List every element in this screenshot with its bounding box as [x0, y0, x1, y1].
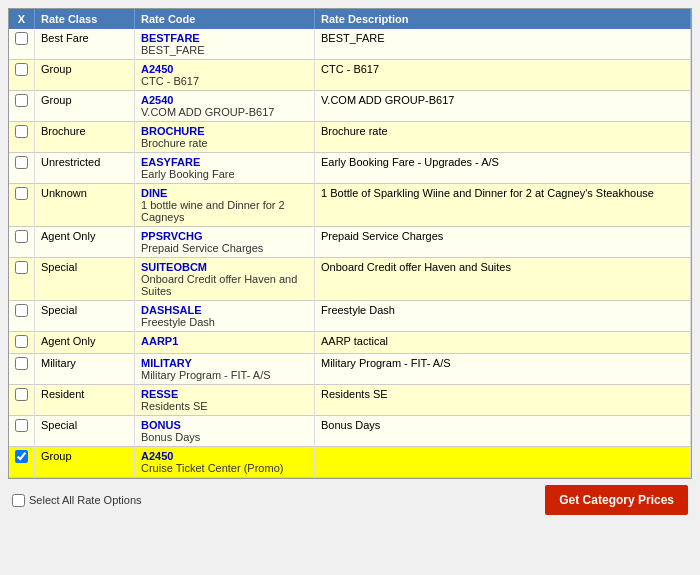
row-checkbox[interactable] [15, 419, 28, 432]
rate-code-primary: BESTFARE [141, 32, 308, 44]
table-row: ResidentRESSEResidents SEResidents SE [9, 385, 691, 416]
rate-code-cell: DINE1 bottle wine and Dinner for 2 Cagne… [135, 184, 315, 227]
select-all-checkbox[interactable] [12, 494, 25, 507]
col-header-rate-description: Rate Description [315, 9, 691, 29]
select-all-text: Select All Rate Options [29, 494, 142, 506]
row-checkbox-cell [9, 91, 35, 122]
rate-description-cell: Brochure rate [315, 122, 691, 153]
table-row: SpecialBONUSBonus DaysBonus Days [9, 416, 691, 447]
col-header-rate-code: Rate Code [135, 9, 315, 29]
rate-code-primary: BONUS [141, 419, 308, 431]
get-category-prices-button[interactable]: Get Category Prices [545, 485, 688, 515]
row-checkbox[interactable] [15, 63, 28, 76]
rate-code-cell: DASHSALEFreestyle Dash [135, 301, 315, 332]
rate-description-cell: Residents SE [315, 385, 691, 416]
rate-class-cell: Unrestricted [35, 153, 135, 184]
rate-code-secondary: Military Program - FIT- A/S [141, 369, 308, 381]
table-row: MilitaryMILITARYMilitary Program - FIT- … [9, 354, 691, 385]
rate-code-cell: EASYFAREEarly Booking Fare [135, 153, 315, 184]
rate-class-cell: Agent Only [35, 332, 135, 354]
rate-code-secondary: Prepaid Service Charges [141, 242, 308, 254]
rate-class-cell: Special [35, 416, 135, 447]
row-checkbox[interactable] [15, 187, 28, 200]
rate-class-cell: Agent Only [35, 227, 135, 258]
rate-class-cell: Group [35, 91, 135, 122]
rate-description-cell [315, 447, 691, 478]
rate-code-secondary: BEST_FARE [141, 44, 308, 56]
col-header-x: X [9, 9, 35, 29]
rate-code-primary: BROCHURE [141, 125, 308, 137]
row-checkbox[interactable] [15, 261, 28, 274]
row-checkbox-cell [9, 153, 35, 184]
rate-class-cell: Special [35, 301, 135, 332]
rate-code-secondary: Early Booking Fare [141, 168, 308, 180]
row-checkbox-cell [9, 60, 35, 91]
rate-code-primary: RESSE [141, 388, 308, 400]
footer: Select All Rate Options Get Category Pri… [8, 479, 692, 519]
table-row: SpecialDASHSALEFreestyle DashFreestyle D… [9, 301, 691, 332]
table-row: UnrestrictedEASYFAREEarly Booking FareEa… [9, 153, 691, 184]
row-checkbox-cell [9, 122, 35, 153]
row-checkbox[interactable] [15, 156, 28, 169]
row-checkbox-cell [9, 416, 35, 447]
rate-description-cell: BEST_FARE [315, 29, 691, 60]
row-checkbox-cell [9, 332, 35, 354]
rate-class-cell: Unknown [35, 184, 135, 227]
table-row: Agent OnlyPPSRVCHGPrepaid Service Charge… [9, 227, 691, 258]
rate-code-secondary: Bonus Days [141, 431, 308, 443]
main-container: X Rate Class Rate Code Rate Description … [0, 0, 700, 527]
row-checkbox-cell [9, 29, 35, 60]
row-checkbox[interactable] [15, 94, 28, 107]
row-checkbox[interactable] [15, 32, 28, 45]
row-checkbox[interactable] [15, 125, 28, 138]
rate-code-cell: A2540V.COM ADD GROUP-B617 [135, 91, 315, 122]
table-row: GroupA2450CTC - B617CTC - B617 [9, 60, 691, 91]
col-header-rate-class: Rate Class [35, 9, 135, 29]
rate-description-cell: Military Program - FIT- A/S [315, 354, 691, 385]
row-checkbox[interactable] [15, 388, 28, 401]
row-checkbox-cell [9, 301, 35, 332]
rate-code-cell: BESTFAREBEST_FARE [135, 29, 315, 60]
row-checkbox[interactable] [15, 230, 28, 243]
rate-code-secondary: Cruise Ticket Center (Promo) [141, 462, 308, 474]
rate-code-cell: SUITEOBCMOnboard Credit offer Haven and … [135, 258, 315, 301]
row-checkbox-cell [9, 447, 35, 478]
rate-code-cell: BROCHUREBrochure rate [135, 122, 315, 153]
row-checkbox-cell [9, 354, 35, 385]
rate-code-cell: PPSRVCHGPrepaid Service Charges [135, 227, 315, 258]
table-row: BrochureBROCHUREBrochure rateBrochure ra… [9, 122, 691, 153]
rate-code-cell: MILITARYMilitary Program - FIT- A/S [135, 354, 315, 385]
rate-code-secondary: Onboard Credit offer Haven and Suites [141, 273, 308, 297]
table-row: GroupA2450Cruise Ticket Center (Promo) [9, 447, 691, 478]
rate-code-primary: AARP1 [141, 335, 308, 347]
rate-class-cell: Group [35, 60, 135, 91]
rate-code-cell: A2450CTC - B617 [135, 60, 315, 91]
rate-code-secondary: Brochure rate [141, 137, 308, 149]
rate-class-cell: Resident [35, 385, 135, 416]
row-checkbox-cell [9, 227, 35, 258]
table-row: UnknownDINE1 bottle wine and Dinner for … [9, 184, 691, 227]
row-checkbox[interactable] [15, 357, 28, 370]
rate-code-primary: SUITEOBCM [141, 261, 308, 273]
rate-class-cell: Brochure [35, 122, 135, 153]
rate-description-cell: AARP tactical [315, 332, 691, 354]
row-checkbox[interactable] [15, 304, 28, 317]
table-row: SpecialSUITEOBCMOnboard Credit offer Hav… [9, 258, 691, 301]
table-row: GroupA2540V.COM ADD GROUP-B617V.COM ADD … [9, 91, 691, 122]
table-row: Best FareBESTFAREBEST_FAREBEST_FARE [9, 29, 691, 60]
rate-class-cell: Special [35, 258, 135, 301]
row-checkbox[interactable] [15, 335, 28, 348]
row-checkbox[interactable] [15, 450, 28, 463]
rate-code-secondary: CTC - B617 [141, 75, 308, 87]
rate-description-cell: V.COM ADD GROUP-B617 [315, 91, 691, 122]
rate-code-secondary: Freestyle Dash [141, 316, 308, 328]
rate-description-cell: Bonus Days [315, 416, 691, 447]
select-all-label[interactable]: Select All Rate Options [12, 494, 142, 507]
rate-class-cell: Best Fare [35, 29, 135, 60]
rate-code-primary: A2450 [141, 63, 308, 75]
row-checkbox-cell [9, 385, 35, 416]
rate-code-primary: A2450 [141, 450, 308, 462]
rate-code-secondary: V.COM ADD GROUP-B617 [141, 106, 308, 118]
rates-table: X Rate Class Rate Code Rate Description … [9, 9, 691, 478]
rate-code-primary: PPSRVCHG [141, 230, 308, 242]
